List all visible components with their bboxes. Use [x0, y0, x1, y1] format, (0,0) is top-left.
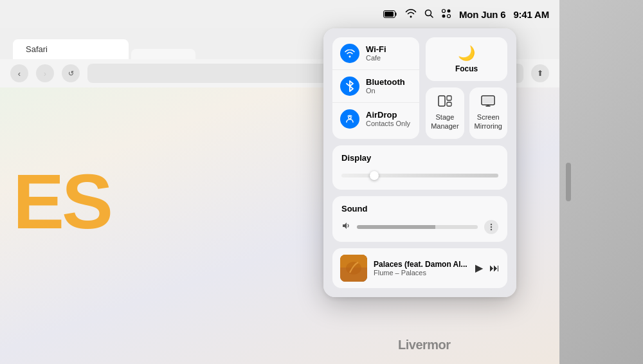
- cc-right-tiles: 🌙 Focus Stage Manager: [426, 37, 507, 139]
- browser-tab-2[interactable]: [131, 49, 195, 59]
- airdrop-toggle[interactable]: AirDrop Contacts Only: [332, 103, 419, 135]
- svg-point-15: [491, 223, 492, 224]
- play-button[interactable]: ▶: [475, 262, 483, 274]
- status-time: 9:41 AM: [513, 9, 549, 20]
- wifi-status-icon: [405, 9, 417, 20]
- focus-label: Focus: [455, 64, 478, 73]
- status-date: Mon Jun 6: [459, 9, 505, 20]
- browser-tab[interactable]: Safari: [13, 39, 129, 59]
- sound-options-icon[interactable]: [484, 220, 498, 234]
- control-center-icon[interactable]: [441, 8, 451, 21]
- wifi-toggle[interactable]: Wi-Fi Cafe: [332, 37, 419, 70]
- svg-rect-12: [447, 102, 451, 106]
- svg-point-20: [346, 262, 361, 275]
- share-button[interactable]: ⬆: [531, 64, 549, 82]
- wifi-sublabel: Cafe: [366, 54, 386, 62]
- bluetooth-text: Bluetooth On: [366, 77, 405, 96]
- bluetooth-toggle[interactable]: Bluetooth On: [332, 70, 419, 103]
- wifi-toggle-icon: [340, 44, 359, 63]
- svg-point-17: [491, 228, 492, 230]
- bluetooth-sublabel: On: [366, 87, 405, 95]
- screen-mirroring-label: Screen Mirroring: [475, 113, 502, 131]
- airdrop-text: AirDrop Contacts Only: [366, 110, 410, 129]
- bluetooth-label: Bluetooth: [366, 77, 405, 87]
- svg-point-7: [442, 14, 446, 17]
- volume-button: [566, 163, 571, 201]
- svg-point-6: [448, 9, 451, 12]
- screen-mirroring-icon: [481, 95, 495, 110]
- livermore-label: Livermor: [398, 338, 451, 352]
- now-playing-section[interactable]: Palaces (feat. Damon Al... Flume – Palac…: [332, 248, 507, 288]
- screen-mirroring-tile[interactable]: Screen Mirroring: [469, 87, 507, 139]
- skip-forward-button[interactable]: ⏭: [489, 262, 500, 274]
- svg-line-4: [431, 15, 433, 17]
- forward-button[interactable]: ›: [36, 64, 54, 82]
- stage-manager-label: Stage Manager: [431, 113, 458, 131]
- focus-icon: 🌙: [458, 45, 475, 62]
- ipad-bezel-right: [559, 0, 643, 364]
- display-slider-thumb[interactable]: [370, 171, 379, 180]
- wifi-text: Wi-Fi Cafe: [366, 44, 386, 63]
- svg-rect-14: [483, 97, 493, 104]
- song-info: Palaces (feat. Damon Al... Flume – Palac…: [374, 260, 469, 277]
- svg-rect-1: [395, 13, 397, 16]
- airdrop-toggle-icon: [340, 109, 359, 129]
- airdrop-label: AirDrop: [366, 110, 410, 120]
- cc-bottom-tiles: Stage Manager Screen Mirroring: [426, 87, 507, 139]
- battery-icon: [383, 10, 397, 18]
- song-title: Palaces (feat. Damon Al...: [374, 260, 469, 269]
- sound-slider-row: [341, 220, 498, 234]
- playback-controls: ▶ ⏭: [475, 262, 500, 274]
- display-label: Display: [341, 153, 498, 163]
- svg-point-9: [349, 116, 351, 119]
- svg-point-5: [442, 9, 446, 12]
- page-big-text: ES: [13, 157, 111, 246]
- cc-top-section: Wi-Fi Cafe Bluetooth On: [332, 37, 507, 139]
- refresh-button[interactable]: ↺: [62, 64, 80, 82]
- search-status-icon[interactable]: [424, 9, 433, 20]
- stage-manager-icon: [438, 95, 452, 110]
- status-bar: Mon Jun 6 9:41 AM: [0, 0, 559, 28]
- album-art: [340, 255, 367, 282]
- focus-tile[interactable]: 🌙 Focus: [426, 37, 507, 81]
- album-art-image: [340, 255, 367, 282]
- airdrop-sublabel: Contacts Only: [366, 120, 410, 128]
- bluetooth-toggle-icon: [340, 77, 359, 96]
- status-bar-icons: Mon Jun 6 9:41 AM: [383, 8, 549, 21]
- sound-label: Sound: [341, 204, 498, 214]
- display-slider[interactable]: [341, 169, 498, 182]
- display-section: Display: [332, 145, 507, 190]
- back-button[interactable]: ‹: [10, 64, 28, 82]
- svg-point-16: [491, 226, 492, 227]
- cc-connectivity-group: Wi-Fi Cafe Bluetooth On: [332, 37, 419, 139]
- control-center-panel: Wi-Fi Cafe Bluetooth On: [323, 28, 516, 297]
- svg-point-8: [448, 14, 451, 17]
- stage-manager-tile[interactable]: Stage Manager: [426, 87, 464, 139]
- svg-rect-2: [385, 12, 394, 17]
- song-artist: Flume – Palaces: [374, 269, 469, 277]
- svg-rect-11: [447, 96, 451, 100]
- sound-low-icon: [341, 221, 350, 232]
- wifi-label: Wi-Fi: [366, 44, 386, 55]
- sound-section: Sound: [332, 196, 507, 242]
- sound-slider[interactable]: [357, 225, 478, 229]
- svg-rect-10: [439, 96, 445, 106]
